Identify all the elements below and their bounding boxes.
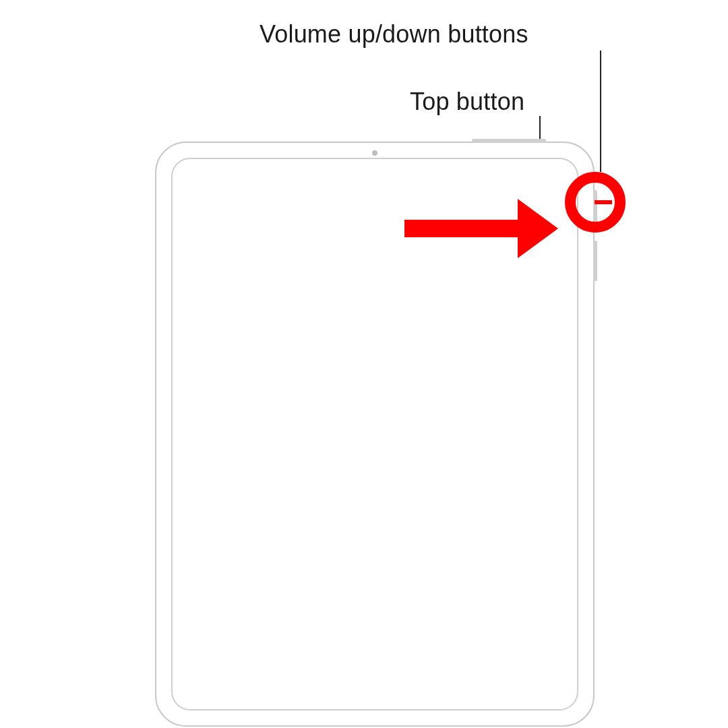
volume-buttons-label: Volume up/down buttons (260, 20, 528, 49)
top-button-label: Top button (410, 88, 524, 116)
top-button-callout-line (539, 116, 541, 140)
ipad-volume-down-button (593, 241, 597, 281)
ipad-front-camera (372, 150, 377, 156)
arrow-head (518, 199, 558, 258)
highlight-ring-tick (595, 200, 612, 204)
ipad-top-button (472, 139, 546, 143)
diagram-stage: Volume up/down buttons Top button (0, 0, 728, 728)
arrow-shaft (404, 220, 519, 237)
volume-callout-line (600, 51, 601, 172)
